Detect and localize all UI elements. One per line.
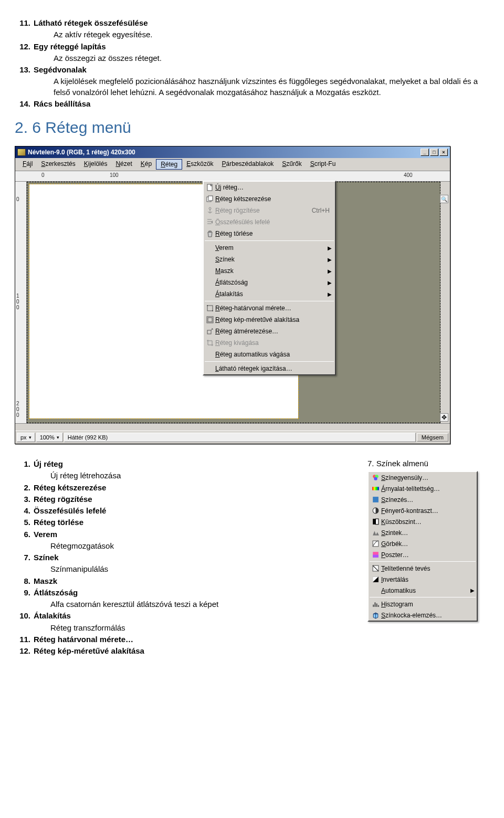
- menubar[interactable]: FájlSzerkesztésKijelölésNézetKépRétegEsz…: [15, 158, 450, 171]
- menu-item: Réteg rögzítéseCtrl+H: [204, 205, 335, 216]
- svg-rect-19: [373, 541, 379, 547]
- ruler-mark-100: 100: [110, 172, 119, 178]
- svg-rect-9: [208, 318, 212, 322]
- navigate-icon[interactable]: ✥: [440, 413, 448, 422]
- menu-szűrők[interactable]: Szűrők: [278, 159, 306, 170]
- menu-item[interactable]: Új réteg…: [204, 182, 335, 193]
- menu-kép[interactable]: Kép: [136, 159, 156, 170]
- zoom-select[interactable]: 100%: [36, 433, 63, 442]
- svg-rect-17: [373, 519, 375, 525]
- submenu-item[interactable]: Telítetlenné tevés: [369, 563, 477, 574]
- menu-kijelölés[interactable]: Kijelölés: [80, 159, 112, 170]
- submenu-item[interactable]: Invertálás: [369, 574, 477, 585]
- svg-rect-6: [207, 305, 208, 306]
- statusbar: px 100% Háttér (992 KB) Mégsem: [15, 431, 450, 444]
- svg-rect-27: [377, 605, 379, 607]
- menu-item[interactable]: Réteg-határvonal mérete…: [204, 302, 335, 314]
- ruler-mark-0: 0: [41, 172, 45, 178]
- menu-szerkesztés[interactable]: Szerkesztés: [37, 159, 79, 170]
- minimize-button[interactable]: _: [421, 149, 429, 156]
- menu-item[interactable]: Réteg átméretezése…: [204, 326, 335, 337]
- submenu-item[interactable]: Fényerő-kontraszt…: [369, 505, 477, 516]
- top-numbered-list: 11.Látható rétegek összefésüléseAz aktív…: [15, 18, 489, 109]
- menu-réteg[interactable]: Réteg: [156, 159, 182, 170]
- svg-point-13: [374, 477, 377, 480]
- svg-rect-5: [207, 306, 213, 311]
- ruler-mark-400: 400: [404, 172, 413, 178]
- vertical-ruler: 0100200: [15, 182, 27, 423]
- svg-rect-10: [207, 330, 211, 334]
- bottom-numbered-list: 1.Új rétegÚj réteg létrehozása2.Réteg ké…: [15, 458, 357, 657]
- menu-item[interactable]: Réteg kétszerezése: [204, 193, 335, 205]
- submenu-item[interactable]: Színezés…: [369, 494, 477, 505]
- submenu-item[interactable]: Görbék…: [369, 538, 477, 549]
- svg-rect-26: [376, 603, 377, 606]
- close-button[interactable]: ×: [439, 149, 448, 156]
- submenu-item[interactable]: Színkocka-elemzés…: [369, 610, 477, 621]
- svg-rect-14: [372, 487, 379, 490]
- menu-item[interactable]: Átalakítás▶: [204, 288, 335, 300]
- cancel-button[interactable]: Mégsem: [417, 433, 448, 442]
- submenu-item[interactable]: Hisztogram: [369, 599, 477, 610]
- horizontal-ruler: 0 100 400: [15, 171, 450, 182]
- svg-rect-7: [212, 310, 213, 311]
- svg-rect-24: [373, 605, 374, 607]
- horizontal-scrollbar[interactable]: [15, 423, 450, 431]
- submenu-heading: 7. Színek almenü: [368, 459, 489, 468]
- menu-item[interactable]: Látható rétegek igazítása…: [204, 363, 335, 374]
- work-area: 0100200 🔍 ✥ Új réteg…Réteg kétszerezéseR…: [15, 182, 450, 423]
- menu-item[interactable]: Átlátszóság▶: [204, 277, 335, 288]
- submenu-item[interactable]: Szintek…: [369, 527, 477, 538]
- menu-nézet[interactable]: Nézet: [111, 159, 136, 170]
- menu-script-fu[interactable]: Script-Fu: [306, 159, 340, 170]
- zoom-tool-icon[interactable]: 🔍: [440, 195, 448, 203]
- layer-menu-dropdown: Új réteg…Réteg kétszerezéseRéteg rögzíté…: [203, 181, 336, 375]
- section-heading: 2. 6 Réteg menü: [15, 119, 489, 137]
- menu-item: Összefésülés lefelé: [204, 216, 335, 228]
- svg-rect-4: [209, 231, 211, 232]
- submenu-item[interactable]: Színegyensúly…: [369, 472, 477, 483]
- svg-rect-25: [374, 602, 375, 607]
- titlebar: Névtelen-9.0 (RGB, 1 réteg) 420x300 _ □ …: [15, 146, 450, 158]
- submenu-item[interactable]: Poszter…: [369, 549, 477, 560]
- svg-rect-2: [208, 196, 213, 201]
- svg-rect-21: [373, 555, 379, 558]
- svg-rect-15: [373, 497, 379, 502]
- app-icon: [17, 149, 26, 156]
- submenu-item[interactable]: Küszöbszint…: [369, 516, 477, 527]
- menu-párbeszédablakok[interactable]: Párbeszédablakok: [218, 159, 278, 170]
- svg-rect-18: [375, 519, 378, 525]
- submenu-item[interactable]: Automatikus▶: [369, 585, 477, 596]
- menu-eszközök[interactable]: Eszközök: [182, 159, 217, 170]
- window-title: Névtelen-9.0 (RGB, 1 réteg) 420x300: [28, 149, 421, 156]
- menu-fájl[interactable]: Fájl: [18, 159, 37, 170]
- menu-item[interactable]: Réteg automatikus vágása: [204, 349, 335, 360]
- maximize-button[interactable]: □: [430, 149, 438, 156]
- colors-submenu: Színegyensúly…Árnyalat-telítettség…Színe…: [368, 471, 478, 622]
- gimp-window: Névtelen-9.0 (RGB, 1 réteg) 420x300 _ □ …: [15, 146, 450, 444]
- menu-item[interactable]: Maszk▶: [204, 265, 335, 277]
- status-text: Háttér (992 KB): [64, 433, 416, 442]
- menu-item[interactable]: Réteg törlése: [204, 228, 335, 239]
- menu-item[interactable]: Színek▶: [204, 254, 335, 265]
- menu-item: Réteg kivágása: [204, 337, 335, 349]
- svg-point-3: [209, 207, 211, 209]
- submenu-item[interactable]: Árnyalat-telítettség…: [369, 483, 477, 494]
- unit-select[interactable]: px: [17, 433, 35, 442]
- menu-item[interactable]: Réteg kép-méretűvé alakítása: [204, 314, 335, 326]
- menu-item[interactable]: Verem▶: [204, 242, 335, 254]
